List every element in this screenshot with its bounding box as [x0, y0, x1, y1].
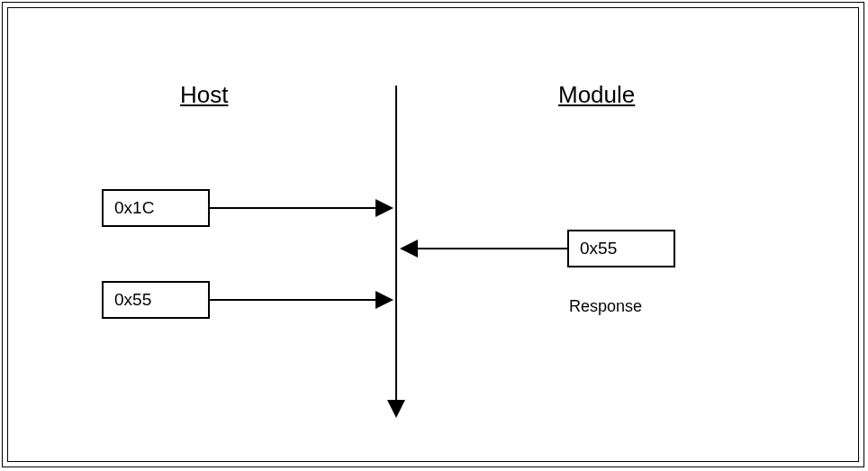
host-msg2-text: 0x55 [114, 290, 151, 310]
host-label: Host [180, 81, 228, 109]
module-msg1-box: 0x55 [567, 230, 675, 267]
module-label: Module [558, 81, 635, 109]
host-msg2-box: 0x55 [102, 281, 210, 319]
host-msg1-box: 0x1C [102, 189, 210, 227]
module-msg1-text: 0x55 [580, 239, 617, 258]
response-label: Response [569, 297, 642, 316]
inner-frame [7, 7, 859, 462]
host-msg1-text: 0x1C [114, 198, 154, 218]
